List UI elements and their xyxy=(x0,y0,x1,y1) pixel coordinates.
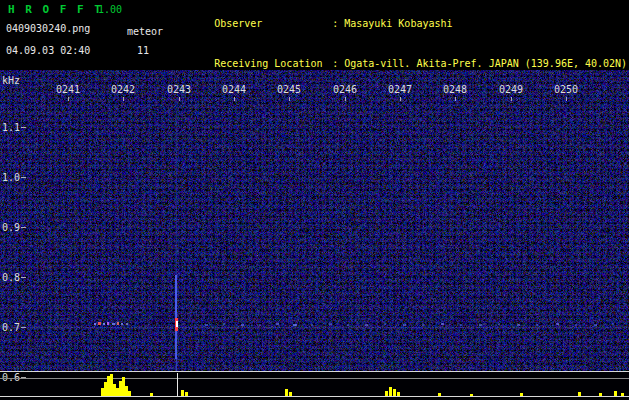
power-spike xyxy=(438,393,441,396)
observation-datetime: 04.09.03 02:40 xyxy=(6,45,90,56)
power-spike xyxy=(470,394,473,396)
power-spike xyxy=(289,392,292,396)
power-spike xyxy=(520,393,523,396)
power-spike xyxy=(128,391,131,396)
power-spike xyxy=(578,392,581,396)
hrofft-screen: { "header": { "title": "H R O F F T", "v… xyxy=(0,0,629,400)
app-version: 1.00 xyxy=(98,4,122,15)
power-spike xyxy=(389,387,392,396)
power-spike xyxy=(185,392,188,396)
power-spike xyxy=(397,392,400,396)
header: H R O F F T 1.00 0409030240.png meteor 0… xyxy=(0,0,629,70)
info-label: Receiving Location xyxy=(214,57,332,71)
strip-event-line xyxy=(177,373,178,396)
spectrogram: 0241 0242 0243 0244 0245 0246 0247 0248 … xyxy=(0,70,629,400)
power-spike xyxy=(181,390,184,396)
info-value: : Masayuki Kobayashi xyxy=(332,18,452,29)
power-spike-layer xyxy=(0,70,629,400)
power-spike xyxy=(621,393,624,396)
app-title: H R O F F T xyxy=(8,3,103,16)
output-filename: 0409030240.png xyxy=(6,23,90,34)
power-spike xyxy=(599,393,602,396)
info-row-observer: Observer: Masayuki Kobayashi xyxy=(178,3,627,44)
power-spike xyxy=(150,393,153,396)
power-spike xyxy=(385,391,388,396)
info-label: Observer xyxy=(214,17,332,31)
echo-count: 11 xyxy=(137,45,149,56)
mode-label: meteor xyxy=(127,26,163,37)
power-spike xyxy=(285,389,288,396)
info-value: : Ogata-vill. Akita-Pref. JAPAN (139.96E… xyxy=(332,58,627,69)
power-spike xyxy=(393,389,396,396)
power-spike xyxy=(614,391,617,396)
